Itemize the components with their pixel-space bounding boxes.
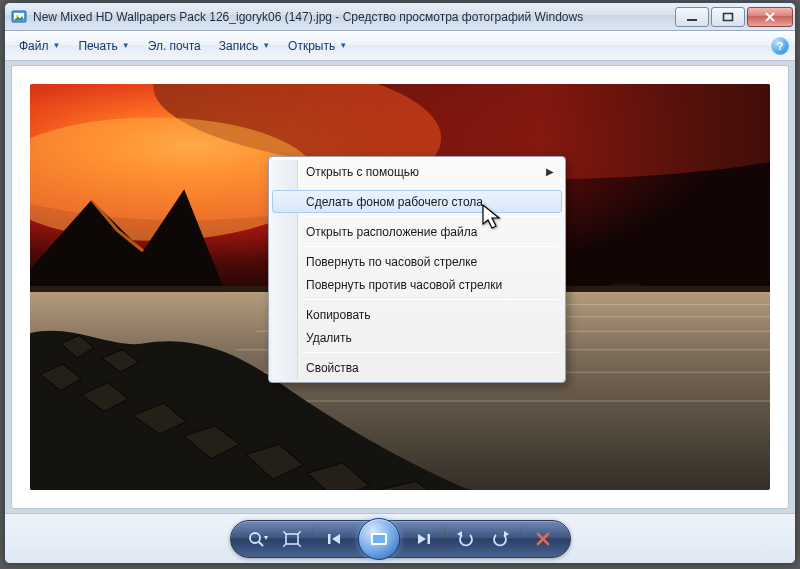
viewer-content[interactable]: Открыть с помощью ▶ Сделать фоном рабоче… (11, 65, 789, 509)
help-button[interactable]: ? (771, 37, 789, 55)
slideshow-icon (368, 530, 390, 548)
ctx-item-label: Повернуть по часовой стрелке (306, 255, 477, 269)
ctx-open-file-location[interactable]: Открыть расположение файла (272, 220, 562, 243)
control-separator (313, 527, 314, 551)
app-icon (11, 9, 27, 25)
window-title: New Mixed HD Wallpapers Pack 126_igoryk0… (33, 10, 673, 24)
svg-rect-24 (427, 534, 430, 544)
ctx-delete[interactable]: Удалить (272, 326, 562, 349)
next-button[interactable] (410, 526, 436, 552)
svg-point-17 (250, 533, 260, 543)
toolbar: Файл▼ Печать▼ Эл. почта Запись▼ Открыть▼… (5, 31, 795, 61)
menu-label: Файл (19, 39, 49, 53)
context-separator (302, 246, 559, 247)
minimize-icon (686, 12, 698, 22)
ctx-rotate-ccw[interactable]: Повернуть против часовой стрелки (272, 273, 562, 296)
menu-label: Эл. почта (148, 39, 201, 53)
context-separator (302, 216, 559, 217)
previous-icon (326, 532, 344, 546)
rotate-ccw-button[interactable] (453, 526, 479, 552)
bottom-bar: ▾ (5, 513, 795, 563)
ctx-item-label: Повернуть против часовой стрелки (306, 278, 502, 292)
magnifier-icon: ▾ (248, 531, 268, 547)
ctx-item-label: Открыть с помощью (306, 165, 419, 179)
chevron-right-icon: ▶ (546, 166, 554, 177)
svg-rect-20 (286, 534, 298, 544)
close-icon (764, 12, 776, 22)
close-button[interactable] (747, 7, 793, 27)
control-separator (521, 527, 522, 551)
delete-icon (535, 531, 551, 547)
rotate-ccw-icon (457, 531, 475, 547)
svg-rect-4 (724, 13, 733, 20)
control-separator (444, 527, 445, 551)
play-slideshow-button[interactable] (358, 518, 400, 560)
svg-line-18 (259, 542, 263, 546)
menu-file[interactable]: Файл▼ (11, 35, 68, 57)
menu-email[interactable]: Эл. почта (140, 35, 209, 57)
menu-print[interactable]: Печать▼ (70, 35, 137, 57)
next-icon (414, 532, 432, 546)
ctx-rotate-cw[interactable]: Повернуть по часовой стрелке (272, 250, 562, 273)
rotate-cw-icon (491, 531, 509, 547)
delete-button[interactable] (530, 526, 556, 552)
svg-rect-21 (328, 534, 331, 544)
previous-button[interactable] (322, 526, 348, 552)
chevron-down-icon: ▼ (262, 41, 270, 50)
window-controls (673, 7, 793, 27)
maximize-button[interactable] (711, 7, 745, 27)
menu-open[interactable]: Открыть▼ (280, 35, 355, 57)
chevron-down-icon: ▼ (339, 41, 347, 50)
titlebar[interactable]: New Mixed HD Wallpapers Pack 126_igoryk0… (5, 3, 795, 31)
menu-label: Печать (78, 39, 117, 53)
ctx-properties[interactable]: Свойства (272, 356, 562, 379)
menu-burn[interactable]: Запись▼ (211, 35, 278, 57)
help-icon: ? (777, 40, 784, 52)
ctx-item-label: Свойства (306, 361, 359, 375)
rotate-cw-button[interactable] (487, 526, 513, 552)
context-separator (302, 186, 559, 187)
actual-size-button[interactable] (279, 526, 305, 552)
ctx-copy[interactable]: Копировать (272, 303, 562, 326)
chevron-down-icon: ▼ (53, 41, 61, 50)
control-strip: ▾ (230, 520, 571, 558)
context-menu: Открыть с помощью ▶ Сделать фоном рабоче… (268, 156, 566, 383)
menu-label: Открыть (288, 39, 335, 53)
ctx-open-with[interactable]: Открыть с помощью ▶ (272, 160, 562, 183)
chevron-down-icon: ▼ (122, 41, 130, 50)
ctx-item-label: Удалить (306, 331, 352, 345)
context-separator (302, 352, 559, 353)
ctx-set-as-wallpaper[interactable]: Сделать фоном рабочего стола (272, 190, 562, 213)
menu-label: Запись (219, 39, 258, 53)
fit-icon (283, 531, 301, 547)
ctx-item-label: Сделать фоном рабочего стола (306, 195, 483, 209)
maximize-icon (722, 12, 734, 22)
ctx-item-label: Открыть расположение файла (306, 225, 477, 239)
ctx-item-label: Копировать (306, 308, 371, 322)
context-separator (302, 299, 559, 300)
svg-rect-3 (687, 19, 697, 21)
svg-text:▾: ▾ (264, 533, 268, 542)
minimize-button[interactable] (675, 7, 709, 27)
photo-viewer-window: New Mixed HD Wallpapers Pack 126_igoryk0… (4, 2, 796, 564)
zoom-button[interactable]: ▾ (245, 526, 271, 552)
svg-rect-23 (373, 535, 385, 543)
